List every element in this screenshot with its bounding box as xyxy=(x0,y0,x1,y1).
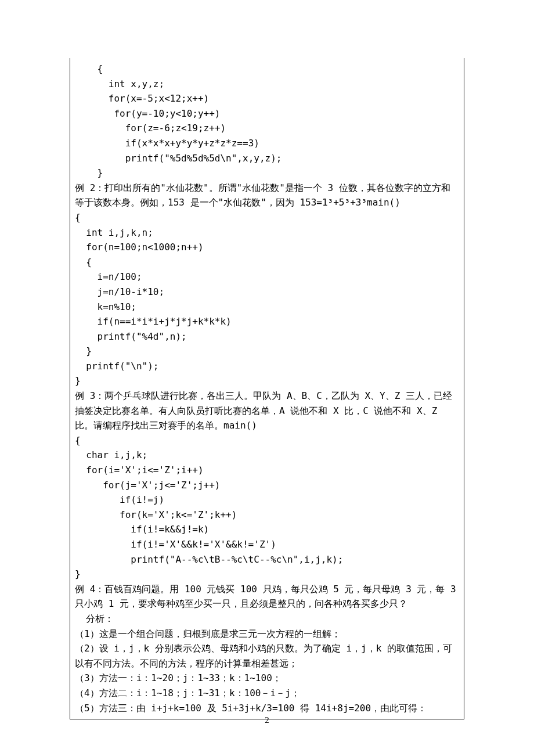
code-line: int x,y,z; xyxy=(75,77,459,92)
code-line: for(k='X';k<='Z';k++) xyxy=(75,507,459,523)
page-number: 2 xyxy=(0,713,534,727)
code-line: } xyxy=(75,165,459,181)
text-line: 例 3：两个乒乓球队进行比赛，各出三人。甲队为 A、B、C，乙队为 X、Y、Z … xyxy=(75,388,459,433)
text-line: （2）设 i，j，k 分别表示公鸡、母鸡和小鸡的只数。为了确定 i，j，k 的取… xyxy=(75,641,459,671)
code-line: j=n/10-i*10; xyxy=(75,285,459,300)
code-line: if(x*x*x+y*y*y+z*z*z==3) xyxy=(75,136,459,151)
code-line: { xyxy=(75,210,459,225)
text-line: （1）这是一个组合问题，归根到底是求三元一次方程的一组解； xyxy=(75,627,459,642)
code-line: printf("A--%c\tB--%c\tC--%c\n",i,j,k); xyxy=(75,552,459,567)
code-line: for(i='X';i<='Z';i++) xyxy=(75,463,459,478)
text-line: 例 2：打印出所有的"水仙花数"。所谓"水仙花数"是指一个 3 位数，其各位数字… xyxy=(75,181,459,210)
text-line: 例 4：百钱百鸡问题。用 100 元钱买 100 只鸡，每只公鸡 5 元，每只母… xyxy=(75,582,459,611)
code-line: for(z=-6;z<19;z++) xyxy=(75,121,459,136)
code-line: for(x=-5;x<12;x++) xyxy=(75,91,459,106)
code-line: i=n/100; xyxy=(75,269,459,285)
code-line: if(i!=j) xyxy=(75,492,459,507)
code-line: char i,j,k; xyxy=(75,448,459,463)
code-line: printf("%4d",n); xyxy=(75,329,459,344)
code-line: if(n==i*i*i+j*j*j+k*k*k) xyxy=(75,314,459,329)
code-line: if(i!=k&&j!=k) xyxy=(75,522,459,537)
code-line: for(j='X';j<='Z';j++) xyxy=(75,478,459,493)
code-line: } xyxy=(75,567,459,582)
code-line: int i,j,k,n; xyxy=(75,225,459,240)
text-line: （3）方法一：i：1~20；j：1~33；k：1~100； xyxy=(75,671,459,686)
code-line: k=n%10; xyxy=(75,300,459,315)
text-line: 分析： xyxy=(75,611,459,627)
code-line: } xyxy=(75,344,459,359)
code-line: printf("\n"); xyxy=(75,359,459,374)
content-box: { int x,y,z; for(x=-5;x<12;x++) for(y=-1… xyxy=(70,58,464,719)
code-line: { xyxy=(75,433,459,448)
code-line: if(i!='X'&&k!='X'&&k!='Z') xyxy=(75,537,459,552)
code-line: { xyxy=(75,62,459,77)
code-line: for(n=100;n<1000;n++) xyxy=(75,240,459,255)
code-line: printf("%5d%5d%5d\n",x,y,z); xyxy=(75,151,459,166)
code-line: { xyxy=(75,255,459,270)
text-line: （4）方法二：i：1~18；j：1~31；k：100－i－j； xyxy=(75,686,459,701)
code-line: for(y=-10;y<10;y++) xyxy=(75,106,459,121)
page-container: { int x,y,z; for(x=-5;x<12;x++) for(y=-1… xyxy=(0,0,534,756)
code-line: } xyxy=(75,373,459,388)
